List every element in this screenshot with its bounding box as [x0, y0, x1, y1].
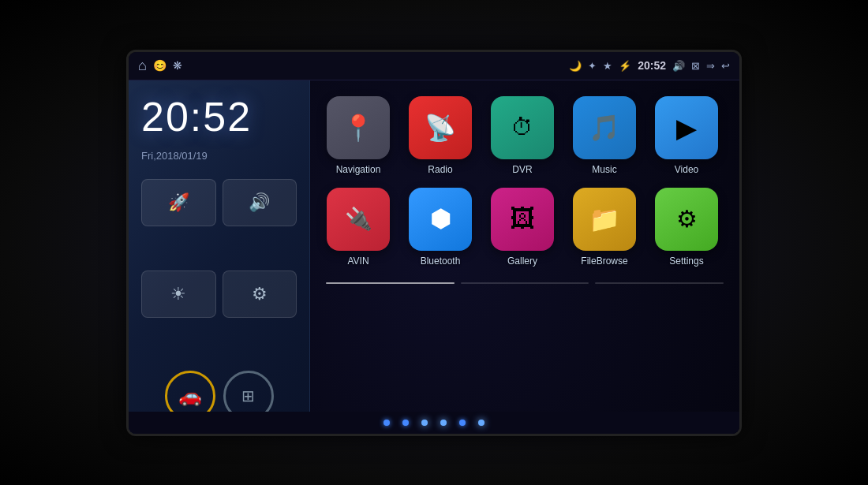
- main-area: 20:52 Fri,2018/01/19 🚀 🔊 ☀ ⚙: [129, 80, 739, 434]
- page-line-3: [595, 282, 724, 284]
- dot-5: [459, 420, 466, 426]
- sliders-icon: ⚙: [252, 284, 268, 304]
- dot-3: [421, 420, 428, 426]
- bluetooth-icon-bg: ⬢: [409, 188, 472, 251]
- sun-icon: ☀: [170, 284, 186, 304]
- forward-icon[interactable]: ⇒: [706, 60, 715, 72]
- dvr-label: DVR: [512, 164, 532, 175]
- video-icon-bg: ▶: [655, 96, 718, 159]
- app-row-1: 📍 Navigation 📡 Radio ⏱ DV: [323, 96, 727, 175]
- page-indicators: [323, 282, 727, 284]
- settings-icon-bg: ⚙: [655, 188, 718, 251]
- grid-icon: ⊞: [241, 386, 255, 405]
- star-icon: ★: [603, 60, 612, 72]
- music-icon: 🎵: [589, 113, 620, 143]
- app-radio[interactable]: 📡 Radio: [405, 96, 476, 175]
- gallery-icon: 🖼: [510, 204, 535, 233]
- settings-icon: ⚙: [676, 205, 698, 233]
- settings-label: Settings: [669, 256, 703, 267]
- filebrowse-label: FileBrowse: [581, 256, 627, 267]
- x-icon[interactable]: ⊠: [691, 60, 700, 72]
- app-row-2: 🔌 AVIN ⬢ Bluetooth 🖼 Gall: [323, 188, 727, 267]
- rocket-icon: 🚀: [168, 192, 189, 213]
- video-label: Video: [675, 164, 698, 175]
- navigation-icon-bg: 📍: [327, 96, 390, 159]
- home-icon[interactable]: ⌂: [138, 58, 147, 74]
- lightning-icon: ⚡: [619, 60, 631, 72]
- brightness-button[interactable]: ☀: [141, 270, 216, 318]
- status-right: 🌙 ✦ ★ ⚡ 20:52 🔊 ⊠ ⇒ ↩: [569, 59, 730, 72]
- app-navigation[interactable]: 📍 Navigation: [323, 96, 394, 175]
- gallery-icon-bg: 🖼: [491, 188, 554, 251]
- car-surround: ⌂ 😊 ❋ 🌙 ✦ ★ ⚡ 20:52 🔊 ⊠ ⇒ ↩ 20:52 Fri,20…: [0, 0, 868, 485]
- navigation-label: Navigation: [336, 164, 381, 175]
- left-panel: 20:52 Fri,2018/01/19 🚀 🔊 ☀ ⚙: [129, 80, 310, 434]
- page-line-1: [326, 282, 455, 284]
- back-icon[interactable]: ↩: [721, 60, 730, 72]
- app-video[interactable]: ▶ Video: [651, 96, 722, 175]
- dot-4: [440, 420, 447, 426]
- radio-icon: 📡: [425, 113, 456, 143]
- right-panel: 📍 Navigation 📡 Radio ⏱ DV: [310, 80, 739, 434]
- app-music[interactable]: 🎵 Music: [569, 96, 640, 175]
- moon-icon: 🌙: [569, 60, 582, 72]
- video-icon: ▶: [676, 112, 697, 144]
- screen-bezel: ⌂ 😊 ❋ 🌙 ✦ ★ ⚡ 20:52 🔊 ⊠ ⇒ ↩ 20:52 Fri,20…: [126, 50, 742, 436]
- app-dvr[interactable]: ⏱ DVR: [487, 96, 558, 175]
- app-filebrowse[interactable]: 📁 FileBrowse: [569, 188, 640, 267]
- avin-icon: 🔌: [345, 206, 372, 232]
- volume-button[interactable]: 🔊: [223, 179, 297, 226]
- speaker-icon: 🔊: [249, 192, 270, 213]
- clock-display: 20:52: [141, 93, 297, 140]
- music-label: Music: [592, 164, 616, 175]
- bluetooth-status-icon: ✦: [588, 60, 597, 72]
- indicator-bar: [129, 412, 739, 434]
- status-bar: ⌂ 😊 ❋ 🌙 ✦ ★ ⚡ 20:52 🔊 ⊠ ⇒ ↩: [129, 52, 739, 80]
- status-time: 20:52: [638, 59, 666, 72]
- music-icon-bg: 🎵: [573, 96, 636, 159]
- app-bluetooth[interactable]: ⬢ Bluetooth: [405, 188, 476, 267]
- date-display: Fri,2018/01/19: [141, 150, 297, 162]
- equalizer-button[interactable]: ⚙: [223, 270, 297, 318]
- car-icon: 🚗: [178, 385, 202, 407]
- app-gallery[interactable]: 🖼 Gallery: [487, 188, 558, 267]
- asterisk-icon: ❋: [173, 59, 182, 72]
- volume-icon[interactable]: 🔊: [672, 60, 685, 72]
- avin-icon-bg: 🔌: [327, 188, 390, 251]
- radio-icon-bg: 📡: [409, 96, 472, 159]
- launch-button[interactable]: 🚀: [141, 179, 216, 226]
- dot-2: [402, 420, 409, 426]
- dot-1: [383, 420, 390, 426]
- app-settings[interactable]: ⚙ Settings: [651, 188, 722, 267]
- avin-label: AVIN: [347, 256, 369, 267]
- radio-label: Radio: [428, 164, 452, 175]
- page-line-2: [461, 282, 589, 284]
- quick-controls: 🚀 🔊 ☀ ⚙: [141, 179, 297, 356]
- bluetooth-label: Bluetooth: [421, 256, 461, 267]
- filebrowse-icon-bg: 📁: [573, 188, 636, 251]
- gallery-label: Gallery: [507, 256, 537, 267]
- status-left: ⌂ 😊 ❋: [138, 58, 182, 74]
- dvr-icon-bg: ⏱: [491, 96, 554, 159]
- bluetooth-icon: ⬢: [430, 205, 451, 233]
- app-avin[interactable]: 🔌 AVIN: [323, 188, 394, 267]
- filebrowse-icon: 📁: [589, 204, 620, 234]
- dvr-icon: ⏱: [511, 114, 533, 140]
- navigation-icon: 📍: [342, 113, 374, 143]
- dot-6: [478, 420, 485, 426]
- face-icon: 😊: [153, 59, 166, 72]
